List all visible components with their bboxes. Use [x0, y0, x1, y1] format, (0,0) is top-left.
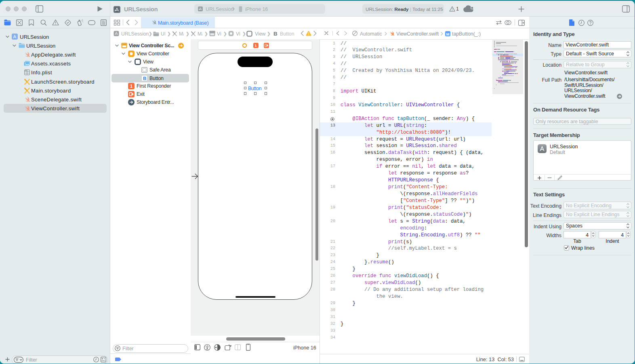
svg-text:1: 1 — [130, 84, 132, 88]
